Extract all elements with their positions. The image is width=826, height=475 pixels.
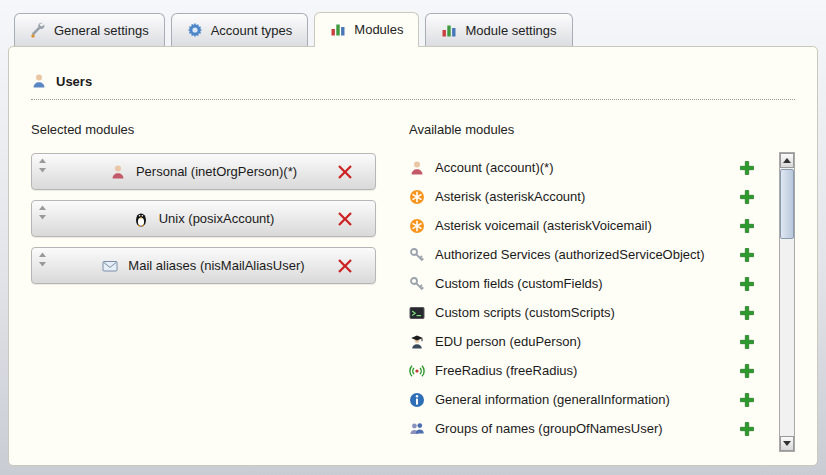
drag-handle-icon[interactable] (38, 205, 47, 220)
tab-bar: General settings Account types Modules M… (0, 0, 826, 46)
tab-label: Account types (211, 23, 293, 38)
scroll-up-button[interactable] (780, 153, 794, 168)
add-module-button[interactable] (739, 218, 755, 234)
available-module-label: Authorized Services (authorizedServiceOb… (435, 247, 729, 262)
lam-configuration-page: General settings Account types Modules M… (0, 0, 826, 475)
drag-handle-icon[interactable] (38, 252, 47, 267)
penguin-icon (133, 211, 149, 227)
chart-icon (330, 21, 346, 37)
tab-label: General settings (54, 23, 149, 38)
mail-icon (102, 258, 118, 274)
terminal-icon (409, 305, 425, 321)
available-module-row: General information (generalInformation) (409, 385, 755, 414)
tab-module-settings[interactable]: Module settings (425, 13, 572, 46)
person-icon (409, 160, 425, 176)
selected-modules-column: Selected modules Personal (inetOrgPerson… (31, 122, 379, 443)
modules-panel: Users Selected modules Personal (inetOrg… (8, 46, 818, 466)
tab-label: Module settings (465, 23, 556, 38)
available-module-label: Custom fields (customFields) (435, 276, 729, 291)
add-module-button[interactable] (739, 334, 755, 350)
selected-module-label: Mail aliases (nisMailAliasUser) (128, 258, 304, 273)
available-module-label: General information (generalInformation) (435, 392, 729, 407)
available-module-row: Account (account)(*) (409, 153, 755, 182)
available-module-label: EDU person (eduPerson) (435, 334, 729, 349)
tab-account-types[interactable]: Account types (171, 13, 309, 46)
key-icon (409, 276, 425, 292)
signal-icon (409, 363, 425, 379)
gear-icon (187, 22, 203, 38)
tab-general-settings[interactable]: General settings (14, 13, 165, 46)
available-module-row: Groups of names (groupOfNamesUser) (409, 414, 755, 443)
triangle-down-icon (783, 441, 791, 446)
available-module-row: Asterisk (asteriskAccount) (409, 182, 755, 211)
available-module-label: Groups of names (groupOfNamesUser) (435, 421, 729, 436)
triangle-up-icon (783, 158, 791, 163)
wrench-icon (30, 22, 46, 38)
graduate-icon (409, 334, 425, 350)
available-module-label: FreeRadius (freeRadius) (435, 363, 729, 378)
add-module-button[interactable] (739, 421, 755, 437)
selected-modules-title: Selected modules (31, 122, 379, 137)
add-module-button[interactable] (739, 392, 755, 408)
available-module-row: FreeRadius (freeRadius) (409, 356, 755, 385)
available-modules-list: Account (account)(*) Asterisk (asteriskA… (409, 153, 795, 443)
scrollbar-thumb[interactable] (780, 169, 794, 239)
scroll-down-button[interactable] (780, 436, 794, 451)
tab-label: Modules (354, 22, 403, 37)
available-module-row: Custom scripts (customScripts) (409, 298, 755, 327)
modules-columns: Selected modules Personal (inetOrgPerson… (31, 122, 795, 443)
available-module-label: Asterisk voicemail (asteriskVoicemail) (435, 218, 729, 233)
add-module-button[interactable] (739, 189, 755, 205)
available-module-row: EDU person (eduPerson) (409, 327, 755, 356)
available-modules-column: Available modules Account (account)(*) (409, 122, 795, 443)
available-module-row: Asterisk voicemail (asteriskVoicemail) (409, 211, 755, 240)
available-module-row: Authorized Services (authorizedServiceOb… (409, 240, 755, 269)
remove-module-button[interactable] (337, 164, 353, 180)
user-icon (31, 73, 47, 89)
scrollbar[interactable] (779, 152, 795, 452)
person-icon (110, 164, 126, 180)
add-module-button[interactable] (739, 276, 755, 292)
add-module-button[interactable] (739, 247, 755, 263)
tab-modules[interactable]: Modules (314, 12, 419, 47)
remove-module-button[interactable] (337, 258, 353, 274)
available-module-label: Custom scripts (customScripts) (435, 305, 729, 320)
selected-module-item[interactable]: Personal (inetOrgPerson)(*) (31, 153, 376, 190)
available-module-row: Custom fields (customFields) (409, 269, 755, 298)
key-icon (409, 247, 425, 263)
available-module-label: Asterisk (asteriskAccount) (435, 189, 729, 204)
users-section-header: Users (31, 73, 795, 100)
remove-module-button[interactable] (337, 211, 353, 227)
selected-module-label: Personal (inetOrgPerson)(*) (136, 164, 297, 179)
selected-module-label: Unix (posixAccount) (159, 211, 275, 226)
section-title: Users (56, 74, 92, 89)
chart-icon (441, 22, 457, 38)
selected-module-item[interactable]: Mail aliases (nisMailAliasUser) (31, 247, 376, 284)
add-module-button[interactable] (739, 160, 755, 176)
selected-module-item[interactable]: Unix (posixAccount) (31, 200, 376, 237)
info-icon (409, 392, 425, 408)
add-module-button[interactable] (739, 305, 755, 321)
drag-handle-icon[interactable] (38, 158, 47, 173)
add-module-button[interactable] (739, 363, 755, 379)
available-modules-title: Available modules (409, 122, 795, 137)
group-icon (409, 421, 425, 437)
asterisk-icon (409, 189, 425, 205)
available-module-label: Account (account)(*) (435, 160, 729, 175)
asterisk-icon (409, 218, 425, 234)
